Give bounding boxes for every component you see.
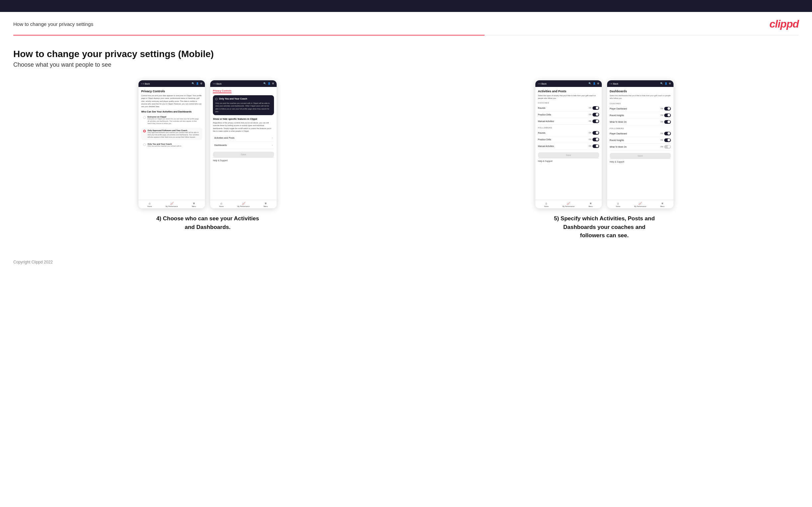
search-icon[interactable]: 🔍 xyxy=(192,82,195,85)
toggle-player-dash-coaches: Player Dashboard ON xyxy=(610,106,671,112)
phone-2-footer: ⌂ Home 📈 My Performance ≡ Menu xyxy=(210,200,276,208)
what-to-work-coaches-toggle[interactable] xyxy=(664,120,671,124)
player-dash-coaches-toggle[interactable] xyxy=(664,107,671,111)
toggle-round-insights-coaches: Round Insights ON xyxy=(610,112,671,119)
round-insights-coaches-label: Round Insights xyxy=(610,114,624,116)
popup-radio-row: Only You and Your Coach xyxy=(215,98,272,101)
main-content: How to change your privacy settings (Mob… xyxy=(0,36,812,250)
screenshot-pair-1: ‹ < Back 🔍 👤 ⚙ Privacy Controls Control … xyxy=(139,80,276,208)
settings-icon-2[interactable]: ⚙ xyxy=(272,82,274,85)
back-chevron-icon-4: ‹ xyxy=(610,82,610,85)
help-label-3: Help & Support xyxy=(538,160,553,162)
manual-followers-toggle[interactable] xyxy=(593,144,599,148)
footer-menu-1[interactable]: ≡ Menu xyxy=(183,202,205,207)
page-subheading: Choose what you want people to see xyxy=(13,61,799,68)
search-icon-2[interactable]: 🔍 xyxy=(263,82,266,85)
performance-icon-2: 📈 xyxy=(242,202,245,205)
player-dash-followers-label: Player Dashboard xyxy=(610,132,627,135)
footer-performance-1[interactable]: 📈 My Performance xyxy=(161,202,183,207)
activities-posts-menu[interactable]: Activities and Posts › xyxy=(213,134,274,142)
performance-label-1: My Performance xyxy=(166,206,178,207)
screenshot-pair-2: ‹ < Back 🔍 👤 ⚙ Activities and Posts Sele… xyxy=(536,80,673,208)
help-section-3: Help & Support xyxy=(538,158,599,164)
privacy-controls-title-1: Privacy Controls xyxy=(141,90,202,93)
search-icon-4[interactable]: 🔍 xyxy=(660,82,663,85)
drills-followers-toggle[interactable] xyxy=(593,138,599,142)
back-button-1[interactable]: ‹ < Back xyxy=(141,82,150,85)
drills-coaches-toggle[interactable] xyxy=(593,113,599,116)
radio-everyone[interactable]: Everyone on Clippd Everyone on Clippd ca… xyxy=(141,114,202,126)
caption-4: 4) Choose who can see your Activities an… xyxy=(154,214,261,231)
privacy-controls-tab[interactable]: Privacy Controls xyxy=(213,90,232,93)
back-chevron-icon-2: ‹ xyxy=(213,82,213,85)
radio-coach-desc: Only you and the coaches you connect wit… xyxy=(147,145,181,147)
profile-icon-3[interactable]: 👤 xyxy=(593,82,596,85)
footer-menu-3[interactable]: ≡ Menu xyxy=(579,202,602,207)
show-hide-desc: Regardless of the privacy controls that … xyxy=(213,121,274,132)
search-icon-3[interactable]: 🔍 xyxy=(589,82,592,85)
phone-3-header: ‹ < Back 🔍 👤 ⚙ xyxy=(536,80,602,87)
settings-icon-3[interactable]: ⚙ xyxy=(597,82,599,85)
footer-performance-3[interactable]: 📈 My Performance xyxy=(557,202,579,207)
profile-icon-2[interactable]: 👤 xyxy=(268,82,271,85)
settings-icon-4[interactable]: ⚙ xyxy=(669,82,671,85)
back-label-4: < Back xyxy=(611,82,618,85)
phone-4: ‹ < Back 🔍 👤 ⚙ Dashboards Select the das… xyxy=(607,80,673,208)
save-button-2[interactable]: Save xyxy=(213,152,274,157)
dashboards-menu[interactable]: Dashboards › xyxy=(213,142,274,149)
header: How to change your privacy settings clip… xyxy=(0,12,812,35)
home-label-2: Home xyxy=(219,206,223,207)
toggle-drills-followers: Practice Drills ON xyxy=(538,136,599,143)
home-label-3: Home xyxy=(544,206,548,207)
footer-home-1[interactable]: ⌂ Home xyxy=(139,202,161,207)
back-button-3[interactable]: ‹ < Back xyxy=(538,82,547,85)
radio-coach-only[interactable]: Only You and Your Coach Only you and the… xyxy=(141,142,202,149)
player-dash-followers-toggle[interactable] xyxy=(664,132,671,135)
footer-home-4[interactable]: ⌂ Home xyxy=(607,202,629,207)
popup-title: Only You and Your Coach xyxy=(219,98,247,100)
header-title: How to change your privacy settings xyxy=(13,21,93,27)
radio-circle-everyone xyxy=(143,116,146,119)
toggle-drills-coaches: Practice Drills ON xyxy=(538,111,599,118)
phone-4-footer: ⌂ Home 📈 My Performance ≡ Menu xyxy=(607,200,673,208)
header-icons-2: 🔍 👤 ⚙ xyxy=(263,82,274,85)
settings-icon[interactable]: ⚙ xyxy=(200,82,202,85)
rounds-followers-toggle[interactable] xyxy=(593,131,599,135)
activities-posts-desc: Select the types of activity that you'd … xyxy=(538,94,599,100)
radio-followers-coach[interactable]: Only Approved Followers and Your Coach O… xyxy=(141,128,202,140)
radio-followers-desc: Only approved followers and coaches you … xyxy=(147,131,200,138)
back-button-4[interactable]: ‹ < Back xyxy=(610,82,618,85)
toggle-manual-followers: Manual Activities ON xyxy=(538,143,599,150)
player-dash-coaches-on: ON xyxy=(661,108,663,110)
help-label-4: Help & Support xyxy=(610,161,624,163)
rounds-coaches-on-text: ON xyxy=(589,107,592,109)
performance-icon-1: 📈 xyxy=(170,202,174,205)
performance-label-3: My Performance xyxy=(562,206,574,207)
rounds-coaches-toggle[interactable] xyxy=(593,106,599,110)
manual-coaches-toggle[interactable] xyxy=(593,119,599,123)
phone-2-body: Privacy Controls Only You and Your Coach… xyxy=(210,87,276,200)
what-to-work-followers-toggle[interactable]: .toggle-off::after{left:1.5px!important;… xyxy=(664,145,671,149)
footer-home-3[interactable]: ⌂ Home xyxy=(536,202,558,207)
round-insights-coaches-toggle[interactable] xyxy=(664,113,671,117)
footer-performance-4[interactable]: 📈 My Performance xyxy=(629,202,651,207)
home-icon-1: ⌂ xyxy=(149,202,150,205)
profile-icon-4[interactable]: 👤 xyxy=(665,82,667,85)
home-label-1: Home xyxy=(147,206,152,207)
back-button-2[interactable]: ‹ < Back xyxy=(213,82,221,85)
footer-home-2[interactable]: ⌂ Home xyxy=(210,202,233,207)
popup-radio-circle xyxy=(215,98,217,100)
what-to-work-coaches-on: ON xyxy=(661,121,663,123)
drills-followers-on-text: ON xyxy=(589,138,592,140)
round-insights-followers-toggle[interactable] xyxy=(664,138,671,142)
round-insights-coaches-on: ON xyxy=(661,114,663,116)
profile-icon[interactable]: 👤 xyxy=(196,82,199,85)
footer-performance-2[interactable]: 📈 My Performance xyxy=(233,202,255,207)
footer-menu-2[interactable]: ≡ Menu xyxy=(255,202,277,207)
phone-1-header: ‹ < Back 🔍 👤 ⚙ xyxy=(139,80,205,87)
save-button-4[interactable]: Save xyxy=(610,153,671,159)
save-button-3[interactable]: Save xyxy=(538,152,599,158)
phone-1: ‹ < Back 🔍 👤 ⚙ Privacy Controls Control … xyxy=(139,80,205,208)
footer-menu-4[interactable]: ≡ Menu xyxy=(651,202,673,207)
radio-circle-coach xyxy=(143,143,146,146)
